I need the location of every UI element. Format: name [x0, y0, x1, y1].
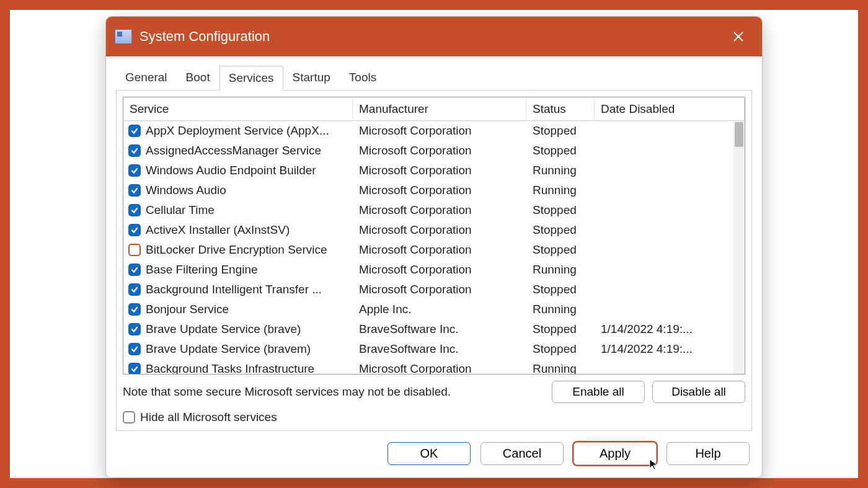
service-name: Background Tasks Infrastructure: [146, 362, 314, 374]
service-status: Stopped: [526, 322, 595, 336]
service-row[interactable]: AssignedAccessManager ServiceMicrosoft C…: [123, 141, 745, 161]
service-manufacturer: Microsoft Corporation: [353, 144, 526, 157]
service-checkbox[interactable]: [128, 244, 141, 256]
service-name: Brave Update Service (brave): [146, 322, 301, 336]
service-status: Stopped: [526, 144, 595, 157]
listview-header[interactable]: Service Manufacturer Status Date Disable…: [123, 97, 745, 121]
service-row[interactable]: Bonjour ServiceApple Inc.Running: [123, 299, 745, 319]
cancel-button[interactable]: Cancel: [480, 442, 564, 465]
dialog-button-row: OK Cancel Apply Help: [112, 431, 756, 468]
service-checkbox[interactable]: [128, 303, 141, 316]
service-status: Running: [526, 184, 595, 197]
service-checkbox[interactable]: [128, 283, 141, 296]
service-status: Stopped: [526, 342, 595, 356]
service-status: Stopped: [526, 283, 595, 296]
service-status: Stopped: [526, 223, 595, 237]
service-manufacturer: Microsoft Corporation: [353, 263, 526, 277]
service-name: Windows Audio Endpoint Builder: [146, 164, 316, 177]
service-date-disabled: 1/14/2022 4:19:...: [595, 342, 745, 356]
service-status: Running: [526, 263, 595, 277]
service-row[interactable]: Brave Update Service (brave)BraveSoftwar…: [123, 319, 745, 339]
ok-button[interactable]: OK: [388, 442, 471, 465]
service-status: Stopped: [526, 203, 595, 217]
service-manufacturer: Microsoft Corporation: [353, 124, 526, 138]
service-name: Cellular Time: [146, 203, 215, 217]
service-status: Running: [526, 303, 595, 316]
titlebar[interactable]: System Configuration: [106, 17, 762, 56]
service-name: AssignedAccessManager Service: [146, 144, 321, 157]
hide-ms-services-label[interactable]: Hide all Microsoft services: [140, 410, 277, 424]
help-button[interactable]: Help: [666, 442, 750, 465]
close-icon: [733, 31, 744, 42]
service-row[interactable]: ActiveX Installer (AxInstSV)Microsoft Co…: [123, 220, 745, 240]
tab-boot[interactable]: Boot: [177, 65, 219, 90]
service-manufacturer: BraveSoftware Inc.: [353, 322, 526, 336]
service-checkbox[interactable]: [128, 164, 141, 177]
app-icon: [115, 29, 132, 44]
service-checkbox[interactable]: [128, 204, 141, 216]
service-manufacturer: Microsoft Corporation: [353, 283, 526, 296]
service-row[interactable]: Windows AudioMicrosoft CorporationRunnin…: [123, 180, 745, 200]
service-manufacturer: Microsoft Corporation: [353, 362, 526, 374]
tab-startup[interactable]: Startup: [283, 65, 340, 90]
service-row[interactable]: Base Filtering EngineMicrosoft Corporati…: [123, 260, 745, 280]
service-status: Running: [526, 362, 595, 374]
service-checkbox[interactable]: [128, 144, 141, 157]
service-checkbox[interactable]: [128, 224, 141, 236]
tab-tools[interactable]: Tools: [340, 65, 386, 90]
service-status: Stopped: [526, 243, 595, 257]
service-name: Base Filtering Engine: [146, 263, 258, 277]
column-service[interactable]: Service: [123, 99, 353, 120]
service-manufacturer: Microsoft Corporation: [353, 184, 526, 197]
scrollbar-track[interactable]: [733, 121, 745, 374]
service-name: ActiveX Installer (AxInstSV): [146, 223, 290, 237]
column-manufacturer[interactable]: Manufacturer: [353, 99, 526, 120]
close-button[interactable]: [727, 25, 750, 48]
service-checkbox[interactable]: [128, 264, 141, 276]
service-manufacturer: BraveSoftware Inc.: [353, 342, 526, 356]
service-name: Brave Update Service (bravem): [146, 342, 311, 356]
service-date-disabled: 1/14/2022 4:19:...: [595, 322, 745, 336]
service-row[interactable]: Cellular TimeMicrosoft CorporationStoppe…: [123, 200, 745, 220]
service-name: Bonjour Service: [146, 303, 229, 316]
enable-all-button[interactable]: Enable all: [552, 381, 645, 403]
service-manufacturer: Microsoft Corporation: [353, 164, 526, 177]
service-checkbox[interactable]: [128, 184, 141, 197]
service-name: AppX Deployment Service (AppX...: [146, 124, 329, 138]
service-manufacturer: Microsoft Corporation: [353, 203, 526, 217]
service-row[interactable]: AppX Deployment Service (AppX...Microsof…: [123, 121, 745, 141]
service-checkbox[interactable]: [128, 363, 141, 374]
tab-strip: GeneralBootServicesStartupTools: [116, 65, 756, 90]
service-row[interactable]: Background Tasks InfrastructureMicrosoft…: [123, 359, 745, 374]
service-checkbox[interactable]: [128, 323, 141, 335]
service-row[interactable]: Windows Audio Endpoint BuilderMicrosoft …: [123, 161, 745, 180]
service-manufacturer: Microsoft Corporation: [353, 243, 526, 257]
secure-services-note: Note that some secure Microsoft services…: [123, 385, 451, 399]
apply-button[interactable]: Apply: [574, 442, 657, 465]
disable-all-button[interactable]: Disable all: [652, 381, 745, 403]
service-manufacturer: Microsoft Corporation: [353, 223, 526, 237]
service-row[interactable]: BitLocker Drive Encryption ServiceMicros…: [123, 240, 745, 260]
column-status[interactable]: Status: [526, 99, 595, 120]
tab-services-page: Service Manufacturer Status Date Disable…: [116, 90, 752, 431]
cursor-icon: [649, 458, 661, 471]
hide-ms-services-checkbox[interactable]: [123, 411, 135, 424]
column-date-disabled[interactable]: Date Disabled: [595, 99, 745, 120]
service-manufacturer: Apple Inc.: [353, 303, 526, 316]
tab-services[interactable]: Services: [219, 66, 283, 91]
services-listview[interactable]: Service Manufacturer Status Date Disable…: [123, 97, 745, 375]
service-row[interactable]: Brave Update Service (bravem)BraveSoftwa…: [123, 339, 745, 359]
scrollbar-thumb[interactable]: [735, 122, 743, 147]
service-row[interactable]: Background Intelligent Transfer ...Micro…: [123, 280, 745, 299]
service-status: Stopped: [526, 124, 595, 138]
window-title: System Configuration: [140, 29, 727, 45]
service-checkbox[interactable]: [128, 343, 141, 355]
service-checkbox[interactable]: [128, 125, 141, 137]
service-name: Windows Audio: [146, 184, 226, 197]
service-name: Background Intelligent Transfer ...: [146, 283, 322, 296]
tab-general[interactable]: General: [116, 65, 177, 90]
service-name: BitLocker Drive Encryption Service: [146, 243, 327, 257]
system-configuration-window: System Configuration GeneralBootServices…: [105, 16, 763, 478]
service-status: Running: [526, 164, 595, 177]
